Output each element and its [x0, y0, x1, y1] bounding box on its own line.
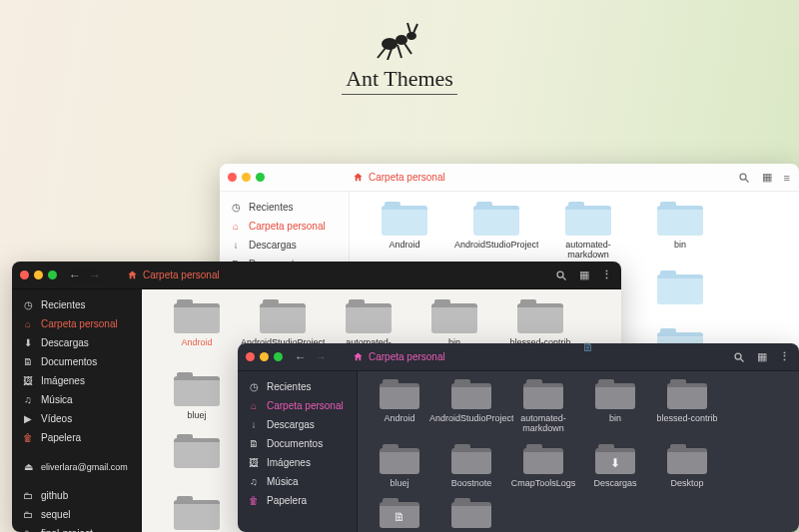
folder-item[interactable]: Desktop	[651, 444, 723, 488]
sidebar-item-music[interactable]: ♫Música	[238, 472, 357, 491]
sidebar-item-label: Carpeta personal	[41, 318, 118, 329]
view-grid-icon[interactable]: ▦	[757, 350, 767, 363]
maximize-icon[interactable]	[256, 173, 265, 182]
svg-line-14	[741, 358, 744, 361]
sidebar-item-videos[interactable]: ▶Vídeos	[12, 409, 141, 428]
sidebar-item-bookmark[interactable]: 🗀sequel	[12, 505, 141, 524]
sidebar-item-images[interactable]: 🖼Imágenes	[238, 453, 357, 472]
menu-icon[interactable]: ≡	[784, 172, 791, 184]
file-manager-dark2: ← → Carpeta personal ▦ ⋮ ◷Recientes ⌂Car…	[238, 343, 799, 532]
view-grid-icon[interactable]: ▦	[579, 268, 589, 281]
download-glyph-icon: ⬇	[595, 456, 635, 470]
forward-icon[interactable]: →	[315, 350, 327, 364]
file-label: automated-markdown	[507, 413, 579, 434]
folder-item[interactable]: 🗎Documentos	[364, 498, 435, 532]
path-bar[interactable]: Carpeta personal	[127, 269, 220, 280]
close-icon[interactable]	[20, 270, 29, 279]
sidebar-item-documents[interactable]: 🗎Documentos	[238, 434, 357, 453]
sidebar-item-bookmark[interactable]: 🗀github	[12, 486, 141, 505]
sidebar-item-label: Descargas	[267, 419, 315, 430]
video-icon: ▶	[22, 413, 34, 424]
search-icon[interactable]	[555, 269, 567, 281]
minimize-icon[interactable]	[260, 352, 269, 361]
folder-item[interactable]: Boostnote	[435, 444, 507, 488]
view-grid-icon[interactable]: ▦	[762, 171, 772, 184]
window-controls[interactable]	[228, 173, 265, 182]
folder-item[interactable]: Android	[154, 299, 240, 358]
sidebar-item-home[interactable]: ⌂Carpeta personal	[12, 314, 141, 333]
close-icon[interactable]	[246, 352, 255, 361]
sidebar-item-bookmark[interactable]: 🗀final-project	[12, 524, 141, 532]
sidebar-item-recent[interactable]: ◷Recientes	[238, 377, 357, 396]
folder-item[interactable]: automated-markdown	[545, 202, 631, 261]
titlebar[interactable]: ← → Carpeta personal ▦ ⋮	[238, 343, 799, 371]
folder-item[interactable]: bluej	[364, 444, 435, 488]
home-icon	[353, 351, 364, 362]
menu-icon[interactable]: ⋮	[779, 350, 791, 363]
home-icon	[127, 269, 138, 280]
folder-item[interactable]: CmapToolsLogs	[507, 444, 579, 488]
folder-icon	[431, 299, 477, 333]
sidebar-item-account[interactable]: ⏏eliverlara@gmail.com	[12, 457, 141, 476]
sidebar-item-home[interactable]: ⌂Carpeta personal	[220, 217, 349, 236]
file-grid[interactable]: Android AndroidStudioProjects automated-…	[358, 371, 799, 532]
folder-item[interactable]: bin	[579, 379, 651, 434]
folder-item[interactable]: Android	[364, 379, 435, 434]
sidebar-item-label: Música	[267, 476, 299, 487]
folder-item[interactable]: AndroidStudioProjects	[435, 379, 507, 434]
titlebar[interactable]: ← → Carpeta personal ▦ ⋮	[12, 262, 621, 289]
home-icon	[353, 172, 364, 183]
file-label: bin	[609, 413, 621, 423]
svg-line-4	[388, 49, 392, 60]
forward-icon[interactable]: →	[89, 268, 101, 282]
minimize-icon[interactable]	[242, 173, 251, 182]
sidebar-item-images[interactable]: 🖼Imágenes	[12, 371, 141, 390]
folder-item[interactable]	[154, 496, 240, 532]
menu-icon[interactable]: ⋮	[601, 268, 613, 281]
back-icon[interactable]: ←	[295, 350, 307, 364]
titlebar[interactable]: Carpeta personal ▦ ≡	[220, 164, 799, 192]
folder-item[interactable]: AndroidStudioProjects	[453, 202, 539, 261]
sidebar-item-recent[interactable]: ◷Recientes	[12, 295, 141, 314]
sidebar-item-music[interactable]: ♫Música	[12, 390, 141, 409]
folder-item[interactable]	[637, 270, 723, 318]
sidebar-item-downloads[interactable]: ↓Descargas	[220, 236, 349, 255]
window-controls[interactable]	[246, 352, 283, 361]
folder-icon	[451, 379, 491, 409]
folder-icon: ⬇	[595, 444, 635, 474]
search-icon[interactable]	[738, 172, 750, 184]
sidebar-item-label: Carpeta personal	[249, 221, 326, 232]
path-bar[interactable]: Carpeta personal	[353, 172, 445, 183]
maximize-icon[interactable]	[274, 352, 283, 361]
folder-item[interactable]: ⬇Descargas	[579, 444, 651, 488]
sidebar-item-label: Imágenes	[267, 457, 311, 468]
sidebar-item-label: Papelera	[267, 495, 307, 506]
clock-icon: ◷	[230, 202, 242, 213]
sidebar-item-trash[interactable]: 🗑Papelera	[12, 428, 141, 447]
window-controls[interactable]	[20, 270, 57, 279]
search-icon[interactable]	[733, 351, 745, 363]
folder-icon: 🗀	[22, 528, 34, 532]
folder-item[interactable]: blessed-contrib	[651, 379, 723, 434]
folder-item[interactable]: Dropbox	[435, 498, 507, 532]
folder-item[interactable]: bluej	[154, 372, 240, 420]
folder-item[interactable]: automated-markdown	[507, 379, 579, 434]
svg-line-6	[403, 42, 411, 54]
sidebar-item-downloads[interactable]: ↓Descargas	[238, 415, 357, 434]
folder-item[interactable]: Android	[362, 202, 447, 261]
folder-icon	[517, 299, 563, 333]
close-icon[interactable]	[228, 173, 237, 182]
maximize-icon[interactable]	[48, 270, 57, 279]
sidebar-item-home[interactable]: ⌂Carpeta personal	[238, 396, 357, 415]
sidebar-item-documents[interactable]: 🗎Documentos	[12, 352, 141, 371]
folder-item[interactable]	[154, 434, 240, 482]
sidebar-item-recent[interactable]: ◷Recientes	[220, 198, 349, 217]
folder-item[interactable]: bin	[637, 202, 723, 261]
download-icon: ↓	[230, 240, 242, 251]
sidebar-item-trash[interactable]: 🗑Papelera	[238, 491, 357, 510]
sidebar-item-downloads[interactable]: ⬇Descargas	[12, 333, 141, 352]
back-icon[interactable]: ←	[69, 268, 81, 282]
minimize-icon[interactable]	[34, 270, 43, 279]
path-bar[interactable]: Carpeta personal	[353, 351, 445, 362]
svg-point-11	[557, 271, 563, 277]
